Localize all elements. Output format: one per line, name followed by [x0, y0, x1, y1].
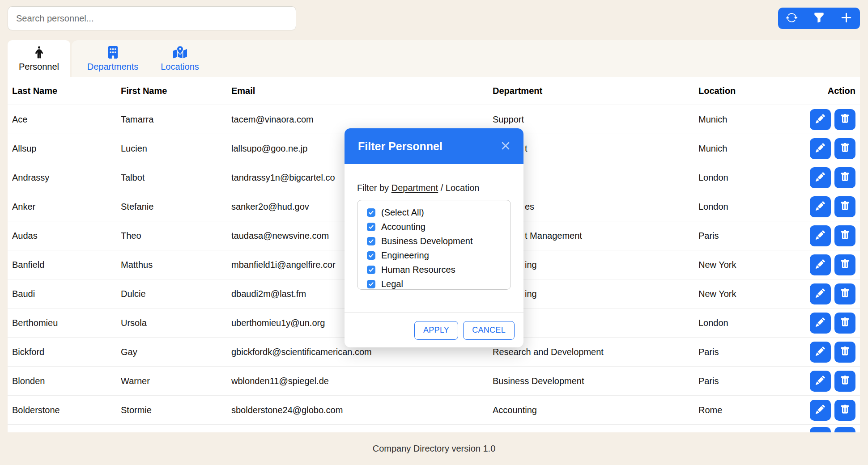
cell-email: tacem@vinaora.com [231, 114, 493, 125]
checkbox-checked-icon[interactable] [367, 237, 375, 245]
filter-by-line: Filter by Department / Location [357, 183, 511, 193]
checkbox-checked-icon[interactable] [367, 223, 375, 231]
cell-first-name: Matthus [121, 260, 231, 270]
cell-location: Paris [698, 231, 810, 241]
delete-button[interactable] [834, 138, 855, 159]
refresh-icon [786, 12, 798, 25]
search-input[interactable] [8, 6, 296, 30]
cell-location: Paris [698, 376, 810, 386]
pencil-icon [816, 405, 825, 415]
checkbox-checked-icon[interactable] [367, 208, 375, 217]
delete-button[interactable] [834, 109, 855, 130]
edit-button[interactable] [810, 371, 831, 392]
cell-actions [810, 109, 855, 130]
pencil-icon [816, 172, 825, 183]
cell-location: Rome [698, 405, 810, 415]
delete-button[interactable] [834, 427, 855, 432]
trash-icon [840, 230, 850, 241]
checkbox-checked-icon[interactable] [367, 280, 375, 288]
tab-personnel[interactable]: Personnel [8, 40, 70, 77]
edit-button[interactable] [810, 342, 831, 363]
cell-department: t Management [493, 231, 698, 241]
cell-last-name: Anker [12, 202, 121, 212]
apply-button[interactable]: APPLY [414, 321, 458, 340]
tab-departments[interactable]: Departments [77, 40, 149, 77]
add-icon [840, 12, 852, 25]
tab-locations[interactable]: Locations [149, 40, 211, 77]
filter-option[interactable]: Business Development [367, 234, 506, 248]
col-header-department: Department [493, 86, 698, 96]
checkbox-checked-icon[interactable] [367, 266, 375, 274]
trash-icon [840, 347, 850, 357]
filter-option[interactable]: Human Resources [367, 262, 506, 277]
cell-actions [810, 371, 855, 392]
cell-actions [810, 138, 855, 159]
cell-first-name: Lucien [121, 144, 231, 154]
edit-button[interactable] [810, 400, 831, 421]
edit-button[interactable] [810, 313, 831, 334]
table-row [8, 425, 860, 432]
edit-button[interactable] [810, 427, 831, 432]
table-row: Bolderstone Stormie sbolderstone24@globo… [8, 396, 860, 425]
cell-last-name: Andrassy [12, 173, 121, 183]
cell-last-name: Ace [12, 114, 121, 125]
edit-button[interactable] [810, 283, 831, 304]
delete-button[interactable] [834, 313, 855, 334]
filter-option[interactable]: Legal [367, 277, 506, 290]
close-icon [499, 140, 512, 153]
edit-button[interactable] [810, 225, 831, 246]
cell-department: Research and Development [493, 347, 698, 357]
filter-option[interactable]: Accounting [367, 220, 506, 234]
trash-icon [840, 172, 850, 183]
edit-button[interactable] [810, 167, 831, 188]
filter-button[interactable] [805, 8, 833, 29]
delete-button[interactable] [834, 254, 855, 275]
cell-department: Accounting [493, 405, 698, 415]
cell-actions [810, 167, 855, 188]
filter-by-department-link[interactable]: Department [391, 183, 438, 193]
cell-actions [810, 196, 855, 217]
filter-modal-footer: APPLY CANCEL [345, 313, 523, 347]
cell-first-name: Dulcie [121, 289, 231, 299]
table-row: Blonden Warner wblonden11@spiegel.de Bus… [8, 367, 860, 396]
checkbox-checked-icon[interactable] [367, 251, 375, 260]
cell-location: London [698, 318, 810, 328]
filter-option[interactable]: (Select All) [367, 205, 506, 220]
delete-button[interactable] [834, 225, 855, 246]
filter-by-location-text[interactable]: Location [446, 183, 480, 193]
col-header-location: Location [698, 86, 810, 96]
cell-location: New York [698, 289, 810, 299]
cell-first-name: Stormie [121, 405, 231, 415]
cell-department: Business Development [493, 376, 698, 386]
pencil-icon [816, 143, 825, 154]
trash-icon [840, 201, 850, 212]
filter-modal-title: Filter Personnel [358, 140, 443, 153]
cancel-button[interactable]: CANCEL [463, 321, 515, 340]
cell-actions [810, 254, 855, 275]
cell-last-name: Banfield [12, 260, 121, 270]
filter-option[interactable]: Engineering [367, 248, 506, 262]
delete-button[interactable] [834, 167, 855, 188]
delete-button[interactable] [834, 400, 855, 421]
cell-email: wblonden11@spiegel.de [231, 376, 493, 386]
edit-button[interactable] [810, 196, 831, 217]
cell-email: gbickfordk@scientificamerican.com [231, 347, 493, 357]
refresh-button[interactable] [778, 8, 805, 29]
edit-button[interactable] [810, 109, 831, 130]
edit-button[interactable] [810, 254, 831, 275]
delete-button[interactable] [834, 371, 855, 392]
pencil-icon [816, 288, 825, 299]
delete-button[interactable] [834, 196, 855, 217]
delete-button[interactable] [834, 342, 855, 363]
trash-icon [840, 376, 850, 386]
tab-label: Locations [161, 62, 199, 72]
pencil-icon [816, 376, 825, 386]
edit-button[interactable] [810, 138, 831, 159]
person-icon [35, 45, 43, 59]
delete-button[interactable] [834, 283, 855, 304]
trash-icon [840, 114, 850, 125]
close-button[interactable] [497, 137, 515, 155]
pencil-icon [816, 230, 825, 241]
pencil-icon [816, 114, 825, 125]
add-button[interactable] [833, 8, 860, 29]
